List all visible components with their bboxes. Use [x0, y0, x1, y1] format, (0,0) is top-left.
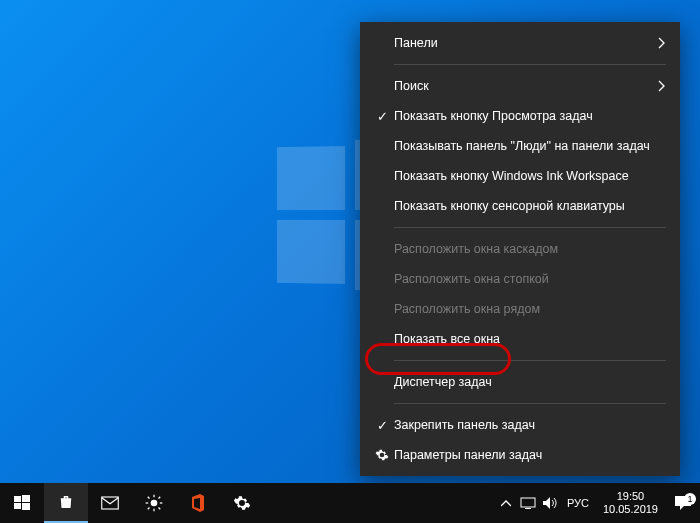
- svg-rect-15: [525, 508, 531, 509]
- taskbar-app-mail[interactable]: [88, 483, 132, 523]
- menu-search[interactable]: Поиск: [360, 71, 680, 101]
- svg-line-11: [159, 508, 161, 510]
- svg-rect-2: [14, 503, 21, 509]
- tray-date: 10.05.2019: [603, 503, 658, 516]
- taskbar-app-weather[interactable]: [132, 483, 176, 523]
- tray-chevron-up-icon[interactable]: [495, 483, 517, 523]
- desktop[interactable]: Панели Поиск ✓ Показать кнопку Просмотра…: [0, 0, 700, 523]
- menu-label: Расположить окна каскадом: [394, 242, 558, 256]
- svg-line-10: [148, 497, 150, 499]
- menu-label: Диспетчер задач: [394, 375, 492, 389]
- tray-volume-icon[interactable]: [539, 483, 561, 523]
- svg-rect-3: [22, 503, 30, 510]
- svg-rect-1: [22, 495, 30, 502]
- menu-show-touch-keyboard[interactable]: Показать кнопку сенсорной клавиатуры: [360, 191, 680, 221]
- check-icon: ✓: [370, 418, 394, 433]
- menu-taskbar-settings[interactable]: Параметры панели задач: [360, 440, 680, 470]
- menu-task-manager[interactable]: Диспетчер задач: [360, 367, 680, 397]
- menu-label: Показать все окна: [394, 332, 500, 346]
- menu-label: Закрепить панель задач: [394, 418, 535, 432]
- menu-label: Поиск: [394, 79, 429, 93]
- svg-rect-14: [521, 498, 535, 507]
- menu-separator: [394, 403, 666, 404]
- taskbar-context-menu: Панели Поиск ✓ Показать кнопку Просмотра…: [360, 22, 680, 476]
- gear-icon: [370, 448, 394, 462]
- menu-stack-windows: Расположить окна стопкой: [360, 264, 680, 294]
- chevron-right-icon: [658, 37, 666, 49]
- tray-time: 19:50: [603, 490, 658, 503]
- start-button[interactable]: [0, 483, 44, 523]
- menu-label: Показывать панель "Люди" на панели задач: [394, 139, 650, 153]
- tray-action-center[interactable]: 1: [666, 495, 700, 511]
- taskbar-app-store[interactable]: [44, 483, 88, 523]
- check-icon: ✓: [370, 109, 394, 124]
- menu-label: Панели: [394, 36, 438, 50]
- menu-label: Показать кнопку Windows Ink Workspace: [394, 169, 629, 183]
- tray-network-icon[interactable]: [517, 483, 539, 523]
- menu-label: Параметры панели задач: [394, 448, 542, 462]
- menu-separator: [394, 227, 666, 228]
- menu-label: Расположить окна стопкой: [394, 272, 549, 286]
- taskbar-app-settings[interactable]: [220, 483, 264, 523]
- menu-panels[interactable]: Панели: [360, 28, 680, 58]
- svg-rect-4: [102, 497, 119, 509]
- svg-rect-0: [14, 496, 21, 502]
- menu-label: Показать кнопку Просмотра задач: [394, 109, 593, 123]
- menu-label: Расположить окна рядом: [394, 302, 540, 316]
- menu-show-ink[interactable]: Показать кнопку Windows Ink Workspace: [360, 161, 680, 191]
- menu-show-people[interactable]: Показывать панель "Люди" на панели задач: [360, 131, 680, 161]
- svg-line-13: [159, 497, 161, 499]
- tray-clock[interactable]: 19:50 10.05.2019: [595, 490, 666, 516]
- menu-show-desktop[interactable]: Показать все окна: [360, 324, 680, 354]
- menu-separator: [394, 64, 666, 65]
- menu-cascade-windows: Расположить окна каскадом: [360, 234, 680, 264]
- svg-point-5: [151, 500, 158, 507]
- taskbar[interactable]: РУС 19:50 10.05.2019 1: [0, 483, 700, 523]
- svg-line-12: [148, 508, 150, 510]
- menu-lock-taskbar[interactable]: ✓ Закрепить панель задач: [360, 410, 680, 440]
- taskbar-app-office[interactable]: [176, 483, 220, 523]
- notification-badge: 1: [684, 493, 696, 505]
- menu-separator: [394, 360, 666, 361]
- menu-label: Показать кнопку сенсорной клавиатуры: [394, 199, 625, 213]
- menu-show-task-view[interactable]: ✓ Показать кнопку Просмотра задач: [360, 101, 680, 131]
- chevron-right-icon: [658, 80, 666, 92]
- menu-side-by-side: Расположить окна рядом: [360, 294, 680, 324]
- tray-language[interactable]: РУС: [561, 497, 595, 509]
